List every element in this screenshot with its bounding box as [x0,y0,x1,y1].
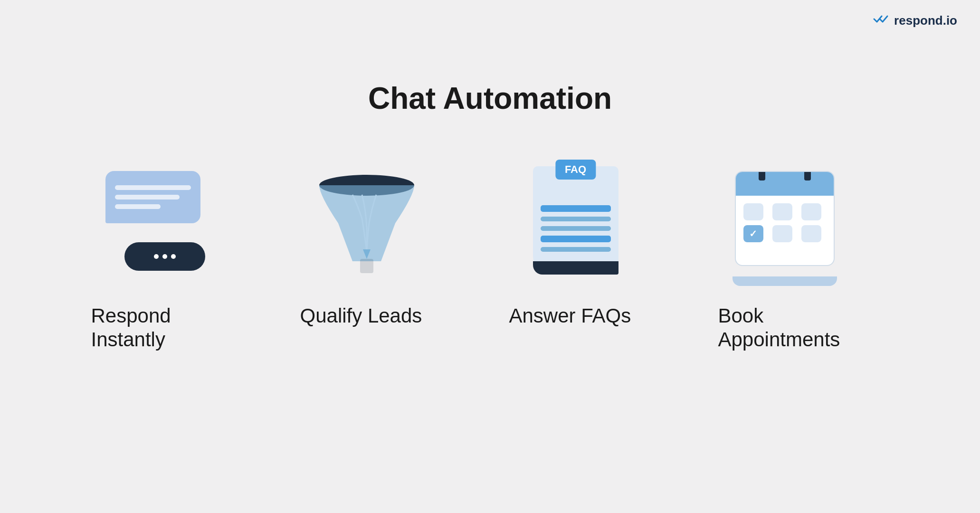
dot-icon [162,254,167,259]
calendar-shadow-icon [733,276,837,286]
calendar-body-icon: ✓ [735,171,835,266]
dot-icon [171,254,176,259]
respond-instantly-icon [91,152,224,285]
faq-line [541,247,611,252]
features-grid: RespondInstantly [0,152,980,352]
faq-tag: FAQ [555,160,596,180]
card-label: RespondInstantly [91,304,171,352]
faq-paper-icon: FAQ [533,166,618,271]
faq-footer-icon [533,261,618,275]
calendar-grid-icon: ✓ [736,196,834,250]
faq-line [541,205,611,212]
chat-line [115,185,191,190]
chat-line [115,195,180,200]
card-book-appointments: ✓ BookAppointments [718,152,889,352]
dot-icon [154,254,159,259]
cal-cell [743,203,763,220]
logo: respond.io [873,13,957,28]
card-label: BookAppointments [718,304,840,352]
calendar-ring-right-icon [804,171,811,180]
card-answer-faqs: FAQ Answer FAQs [509,152,680,328]
card-qualify-leads: Qualify Leads [300,152,471,328]
faq-lines-icon [541,205,611,252]
answer-faqs-icon: FAQ [509,152,642,285]
page-title: Chat Automation [0,81,980,116]
calendar-ring-left-icon [759,171,765,180]
chat-line [115,204,161,209]
card-label: Qualify Leads [300,304,422,328]
cal-cell [772,203,792,220]
chat-bubble-top-icon [105,171,200,223]
calendar-header-icon [736,172,834,196]
cal-cell [801,203,821,220]
logo-icon [873,13,890,28]
book-appointments-icon: ✓ [718,152,851,285]
card-label: Answer FAQs [509,304,631,328]
cal-cell [801,225,821,242]
faq-line [541,236,611,242]
faq-line [541,217,611,221]
cal-cell [772,225,792,242]
faq-line [541,226,611,231]
svg-rect-1 [360,259,373,273]
chat-bubble-bottom-icon [124,242,205,271]
card-respond-instantly: RespondInstantly [91,152,262,352]
logo-text: respond.io [894,13,957,28]
cal-cell-checked: ✓ [743,225,763,242]
qualify-leads-icon [300,152,433,285]
